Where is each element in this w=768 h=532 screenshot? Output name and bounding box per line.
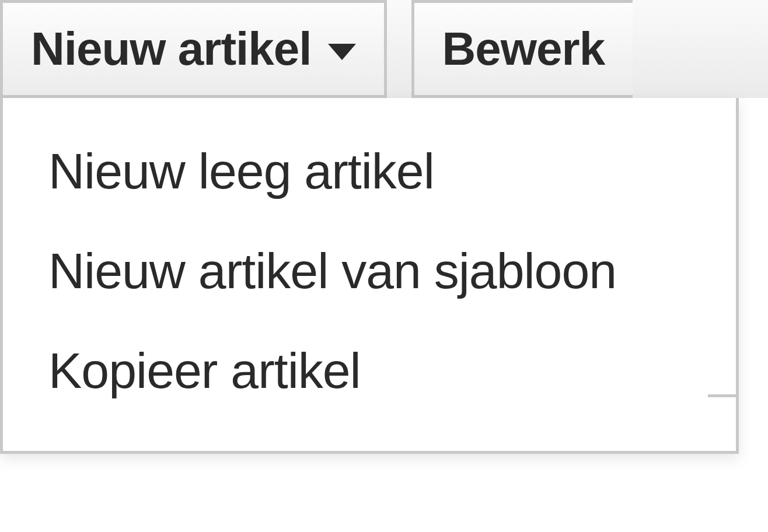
toolbar: Nieuw artikel Bewerk	[0, 0, 768, 98]
separator-indicator	[708, 394, 736, 397]
chevron-down-icon	[328, 44, 356, 60]
edit-button[interactable]: Bewerk	[411, 0, 633, 98]
dropdown-item-new-from-template[interactable]: Nieuw artikel van sjabloon	[3, 221, 736, 321]
new-article-label: Nieuw artikel	[31, 22, 312, 76]
new-article-dropdown-menu: Nieuw leeg artikel Nieuw artikel van sja…	[0, 98, 739, 454]
new-article-button[interactable]: Nieuw artikel	[0, 0, 387, 98]
dropdown-item-new-empty-article[interactable]: Nieuw leeg artikel	[3, 121, 736, 221]
dropdown-item-copy-article[interactable]: Kopieer artikel	[3, 321, 736, 421]
edit-label: Bewerk	[442, 22, 605, 76]
